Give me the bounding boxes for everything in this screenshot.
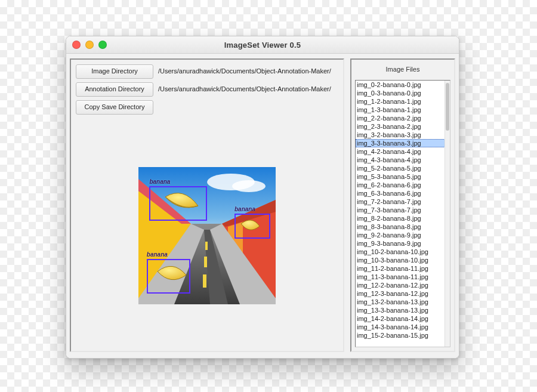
file-list-item[interactable]: img_12-2-banana-12.jpg: [356, 281, 450, 289]
file-list-item[interactable]: img_3-2-banana-3.jpg: [356, 131, 450, 139]
file-list-item[interactable]: img_9-3-banana-9.jpg: [356, 239, 450, 248]
file-list-item[interactable]: img_11-3-banana-11.jpg: [356, 273, 450, 281]
file-list-item[interactable]: img_7-3-banana-7.jpg: [356, 206, 450, 214]
file-list-item[interactable]: img_9-2-banana-9.jpg: [356, 231, 450, 239]
copy-save-directory-button[interactable]: Copy Save Directory: [76, 100, 153, 115]
window-close-button[interactable]: [72, 41, 81, 49]
file-list-item[interactable]: img_10-3-banana-10.jpg: [356, 256, 450, 264]
window-title: ImageSet Viewer 0.5: [66, 41, 459, 50]
file-list-item[interactable]: img_4-2-banana-4.jpg: [356, 147, 450, 156]
file-list-item[interactable]: img_6-3-banana-6.jpg: [356, 189, 450, 197]
annotation-directory-button[interactable]: Annotation Directory: [76, 82, 153, 97]
file-list-item[interactable]: img_10-2-banana-10.jpg: [356, 248, 450, 256]
file-list-item[interactable]: img_14-3-banana-14.jpg: [356, 323, 450, 331]
bbox-label: banana: [147, 251, 168, 258]
file-list-wrap: img_0-2-banana-0.jpgimg_0-3-banana-0.jpg…: [355, 80, 450, 347]
image-canvas: banana banana banana: [73, 121, 341, 348]
app-window: ImageSet Viewer 0.5 Image Directory /Use…: [66, 36, 459, 359]
preview-image: banana banana banana: [138, 167, 276, 304]
file-list-item[interactable]: img_14-2-banana-14.jpg: [356, 314, 450, 323]
file-list-item[interactable]: img_13-2-banana-13.jpg: [356, 298, 450, 306]
file-list-item[interactable]: img_4-3-banana-4.jpg: [356, 156, 450, 164]
svg-rect-11: [204, 257, 207, 267]
file-list-item[interactable]: img_1-2-banana-1.jpg: [356, 97, 450, 106]
file-list-item[interactable]: img_11-2-banana-11.jpg: [356, 264, 450, 273]
file-list-item[interactable]: img_5-2-banana-5.jpg: [356, 164, 450, 172]
file-list[interactable]: img_0-2-banana-0.jpgimg_0-3-banana-0.jpg…: [356, 81, 450, 347]
file-list-scroll-thumb[interactable]: [446, 83, 449, 131]
bbox-annotation: banana: [234, 214, 270, 238]
file-list-item[interactable]: img_2-3-banana-2.jpg: [356, 122, 450, 131]
file-list-item[interactable]: img_8-2-banana-8.jpg: [356, 214, 450, 223]
file-list-item[interactable]: img_13-3-banana-13.jpg: [356, 306, 450, 314]
main-pane: Image Directory /Users/anuradhawick/Docu…: [70, 58, 344, 352]
bbox-label: banana: [234, 206, 255, 212]
bbox-annotation: banana: [147, 259, 191, 294]
file-list-pane: Image Files img_0-2-banana-0.jpgimg_0-3-…: [350, 58, 455, 352]
file-list-header: Image Files: [353, 60, 453, 79]
file-list-item[interactable]: img_3-3-banana-3.jpg: [356, 139, 450, 147]
annotation-directory-path: /Users/anuradhawick/Documents/Object-Ann…: [157, 82, 338, 95]
file-list-item[interactable]: img_7-2-banana-7.jpg: [356, 197, 450, 206]
titlebar: ImageSet Viewer 0.5: [66, 36, 459, 54]
file-list-item[interactable]: img_6-2-banana-6.jpg: [356, 181, 450, 189]
image-directory-button[interactable]: Image Directory: [76, 64, 153, 79]
svg-rect-12: [203, 274, 206, 288]
file-list-item[interactable]: img_8-3-banana-8.jpg: [356, 223, 450, 231]
window-zoom-button[interactable]: [98, 41, 107, 49]
directory-controls: Image Directory /Users/anuradhawick/Docu…: [73, 62, 341, 117]
file-list-item[interactable]: img_2-2-banana-2.jpg: [356, 114, 450, 122]
file-list-item[interactable]: img_5-3-banana-5.jpg: [356, 172, 450, 181]
file-list-item[interactable]: img_15-2-banana-15.jpg: [356, 331, 450, 339]
svg-rect-10: [205, 242, 208, 250]
image-directory-path: /Users/anuradhawick/Documents/Object-Ann…: [157, 64, 338, 78]
bbox-annotation: banana: [149, 186, 207, 221]
file-list-item[interactable]: img_0-2-banana-0.jpg: [356, 81, 450, 89]
file-list-item[interactable]: img_1-3-banana-1.jpg: [356, 106, 450, 114]
file-list-item[interactable]: img_12-3-banana-12.jpg: [356, 289, 450, 298]
svg-point-2: [232, 180, 266, 192]
bbox-label: banana: [149, 178, 170, 185]
file-list-scrollbar[interactable]: [445, 81, 450, 347]
copy-save-directory-path: [157, 100, 338, 113]
file-list-item[interactable]: img_0-3-banana-0.jpg: [356, 89, 450, 97]
window-minimize-button[interactable]: [85, 41, 94, 49]
